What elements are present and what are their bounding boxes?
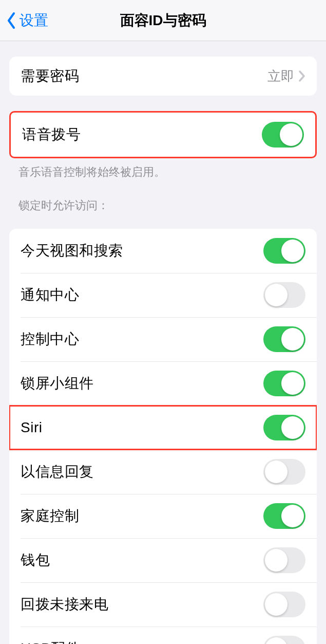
lock-item-toggle[interactable] — [263, 371, 305, 396]
toggle-knob — [265, 593, 287, 616]
toggle-knob — [265, 461, 287, 483]
toggle-knob — [281, 505, 304, 527]
page-title: 面容ID与密码 — [0, 11, 326, 30]
lock-item-toggle[interactable] — [263, 238, 305, 264]
lock-item-row: 通知中心 — [9, 273, 317, 317]
lock-item-label: Siri — [21, 419, 263, 436]
lock-item-label: 以信息回复 — [21, 462, 263, 482]
toggle-knob — [265, 637, 287, 644]
lock-item-row: 控制中心 — [9, 317, 317, 361]
lock-item-label: 控制中心 — [21, 329, 263, 349]
voice-dial-group: 语音拨号 — [9, 111, 317, 158]
lock-item-toggle[interactable] — [263, 459, 305, 485]
voice-dial-row: 语音拨号 — [11, 113, 315, 157]
lock-item-toggle[interactable] — [263, 326, 305, 352]
lock-item-row: 钱包 — [9, 538, 317, 582]
lock-item-row: 锁屏小组件 — [9, 361, 317, 406]
toggle-knob — [281, 328, 304, 351]
require-passcode-value: 立即 — [267, 67, 294, 85]
lock-item-label: 回拨未接来电 — [21, 595, 263, 614]
lock-item-row: 今天视图和搜索 — [9, 229, 317, 273]
lock-item-label: 锁屏小组件 — [21, 374, 263, 393]
lock-item-toggle[interactable] — [263, 415, 305, 440]
lock-item-label: 今天视图和搜索 — [21, 241, 263, 261]
toggle-knob — [281, 240, 304, 262]
toggle-knob — [281, 372, 304, 395]
lock-item-row: USB配件 — [9, 627, 317, 644]
lock-item-row: 回拨未接来电 — [9, 582, 317, 627]
voice-dial-toggle[interactable] — [262, 122, 304, 148]
lock-item-row: 家庭控制 — [9, 494, 317, 538]
chevron-right-icon — [298, 70, 305, 82]
voice-dial-label: 语音拨号 — [22, 125, 262, 144]
toggle-knob — [265, 549, 287, 572]
toggle-knob — [281, 416, 304, 439]
toggle-knob — [265, 284, 287, 306]
lock-item-label: 家庭控制 — [21, 506, 263, 526]
toggle-knob — [280, 123, 302, 146]
lock-item-toggle[interactable] — [263, 592, 305, 617]
lock-item-toggle[interactable] — [263, 503, 305, 529]
require-passcode-group: 需要密码 立即 — [9, 57, 317, 96]
lock-section-header: 锁定时允许访问： — [18, 198, 308, 213]
lock-access-group: 今天视图和搜索通知中心控制中心锁屏小组件Siri以信息回复家庭控制钱包回拨未接来… — [9, 229, 317, 644]
lock-item-toggle[interactable] — [263, 636, 305, 644]
back-label: 设置 — [20, 11, 48, 30]
lock-item-row: 以信息回复 — [9, 450, 317, 494]
back-button[interactable]: 设置 — [6, 11, 48, 30]
voice-dial-footer: 音乐语音控制将始终被启用。 — [18, 164, 308, 180]
require-passcode-label: 需要密码 — [21, 66, 267, 86]
lock-item-toggle[interactable] — [263, 547, 305, 573]
lock-item-label: 通知中心 — [21, 285, 263, 305]
require-passcode-row[interactable]: 需要密码 立即 — [9, 57, 317, 96]
lock-item-row: Siri — [9, 406, 317, 450]
nav-header: 设置 面容ID与密码 — [0, 0, 326, 41]
chevron-left-icon — [6, 12, 16, 29]
lock-item-label: USB配件 — [21, 639, 263, 644]
lock-item-toggle[interactable] — [263, 282, 305, 308]
lock-item-label: 钱包 — [21, 550, 263, 570]
